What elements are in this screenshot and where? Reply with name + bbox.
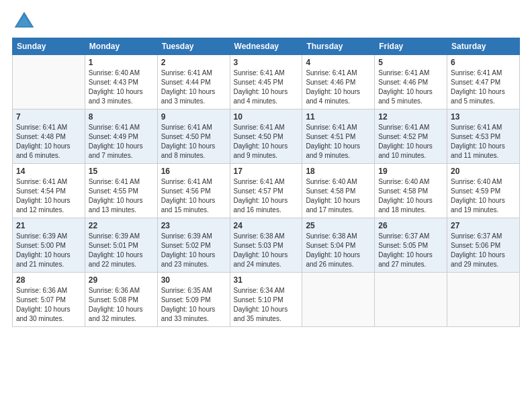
day-number: 15 [89,167,154,176]
day-detail: Sunrise: 6:38 AM Sunset: 5:03 PM Dayligh… [234,232,299,269]
page: SundayMondayTuesdayWednesdayThursdayFrid… [0,0,532,411]
day-number: 10 [234,112,299,122]
day-cell: 24Sunrise: 6:38 AM Sunset: 5:03 PM Dayli… [230,218,302,273]
day-cell: 21Sunrise: 6:39 AM Sunset: 5:00 PM Dayli… [13,218,85,273]
day-cell [13,55,85,109]
day-detail: Sunrise: 6:37 AM Sunset: 5:05 PM Dayligh… [378,232,443,269]
day-number: 5 [378,58,443,67]
day-detail: Sunrise: 6:40 AM Sunset: 4:43 PM Dayligh… [89,68,154,106]
day-number: 20 [451,167,516,176]
day-number: 12 [378,112,443,122]
day-cell [302,273,375,327]
day-detail: Sunrise: 6:41 AM Sunset: 4:45 PM Dayligh… [234,68,299,106]
day-detail: Sunrise: 6:38 AM Sunset: 5:04 PM Dayligh… [306,232,371,269]
day-number: 11 [306,112,371,122]
day-detail: Sunrise: 6:41 AM Sunset: 4:50 PM Dayligh… [234,123,299,161]
day-cell: 9Sunrise: 6:41 AM Sunset: 4:50 PM Daylig… [157,109,230,164]
day-cell: 20Sunrise: 6:40 AM Sunset: 4:59 PM Dayli… [447,164,520,218]
day-detail: Sunrise: 6:41 AM Sunset: 4:46 PM Dayligh… [306,68,371,106]
weekday-header-row: SundayMondayTuesdayWednesdayThursdayFrid… [13,38,520,55]
day-cell: 29Sunrise: 6:36 AM Sunset: 5:08 PM Dayli… [85,273,157,327]
day-number: 18 [306,167,371,176]
week-row-0: 1Sunrise: 6:40 AM Sunset: 4:43 PM Daylig… [13,55,520,109]
day-detail: Sunrise: 6:41 AM Sunset: 4:49 PM Dayligh… [89,123,154,161]
day-detail: Sunrise: 6:41 AM Sunset: 4:46 PM Dayligh… [378,68,443,106]
day-cell: 8Sunrise: 6:41 AM Sunset: 4:49 PM Daylig… [85,109,157,164]
day-cell: 11Sunrise: 6:41 AM Sunset: 4:51 PM Dayli… [302,109,375,164]
day-cell: 13Sunrise: 6:41 AM Sunset: 4:53 PM Dayli… [447,109,520,164]
day-cell: 10Sunrise: 6:41 AM Sunset: 4:50 PM Dayli… [230,109,302,164]
day-cell: 22Sunrise: 6:39 AM Sunset: 5:01 PM Dayli… [85,218,157,273]
day-cell: 17Sunrise: 6:41 AM Sunset: 4:57 PM Dayli… [230,164,302,218]
day-cell: 12Sunrise: 6:41 AM Sunset: 4:52 PM Dayli… [375,109,447,164]
day-cell: 31Sunrise: 6:34 AM Sunset: 5:10 PM Dayli… [230,273,302,327]
day-cell: 14Sunrise: 6:41 AM Sunset: 4:54 PM Dayli… [13,164,85,218]
day-cell: 2Sunrise: 6:41 AM Sunset: 4:44 PM Daylig… [157,55,230,109]
day-cell: 23Sunrise: 6:39 AM Sunset: 5:02 PM Dayli… [157,218,230,273]
week-row-4: 28Sunrise: 6:36 AM Sunset: 5:07 PM Dayli… [13,273,520,327]
day-detail: Sunrise: 6:41 AM Sunset: 4:48 PM Dayligh… [16,123,81,161]
day-detail: Sunrise: 6:41 AM Sunset: 4:56 PM Dayligh… [161,177,226,215]
day-number: 24 [234,221,299,230]
day-number: 3 [234,58,299,67]
weekday-header-wednesday: Wednesday [230,38,302,55]
day-number: 21 [16,221,81,230]
day-number: 7 [16,112,81,122]
day-cell: 27Sunrise: 6:37 AM Sunset: 5:06 PM Dayli… [447,218,520,273]
day-detail: Sunrise: 6:36 AM Sunset: 5:07 PM Dayligh… [16,286,81,324]
day-cell: 3Sunrise: 6:41 AM Sunset: 4:45 PM Daylig… [230,55,302,109]
weekday-header-thursday: Thursday [302,38,375,55]
day-cell: 15Sunrise: 6:41 AM Sunset: 4:55 PM Dayli… [85,164,157,218]
day-detail: Sunrise: 6:40 AM Sunset: 4:59 PM Dayligh… [451,177,516,215]
day-number: 4 [306,58,371,67]
day-detail: Sunrise: 6:37 AM Sunset: 5:06 PM Dayligh… [451,232,516,269]
day-cell: 16Sunrise: 6:41 AM Sunset: 4:56 PM Dayli… [157,164,230,218]
day-detail: Sunrise: 6:36 AM Sunset: 5:08 PM Dayligh… [89,286,154,324]
logo [12,9,39,34]
day-cell: 5Sunrise: 6:41 AM Sunset: 4:46 PM Daylig… [375,55,447,109]
day-number: 1 [89,58,154,67]
day-detail: Sunrise: 6:41 AM Sunset: 4:53 PM Dayligh… [451,123,516,161]
day-detail: Sunrise: 6:41 AM Sunset: 4:57 PM Dayligh… [234,177,299,215]
weekday-header-friday: Friday [375,38,447,55]
weekday-header-saturday: Saturday [447,38,520,55]
day-cell: 25Sunrise: 6:38 AM Sunset: 5:04 PM Dayli… [302,218,375,273]
day-cell [447,273,520,327]
day-detail: Sunrise: 6:41 AM Sunset: 4:51 PM Dayligh… [306,123,371,161]
day-cell: 18Sunrise: 6:40 AM Sunset: 4:58 PM Dayli… [302,164,375,218]
day-number: 25 [306,221,371,230]
day-detail: Sunrise: 6:40 AM Sunset: 4:58 PM Dayligh… [378,177,443,215]
day-number: 29 [89,275,154,285]
day-number: 14 [16,167,81,176]
day-cell: 6Sunrise: 6:41 AM Sunset: 4:47 PM Daylig… [447,55,520,109]
day-cell: 1Sunrise: 6:40 AM Sunset: 4:43 PM Daylig… [85,55,157,109]
day-detail: Sunrise: 6:41 AM Sunset: 4:52 PM Dayligh… [378,123,443,161]
day-number: 31 [234,275,299,285]
day-detail: Sunrise: 6:40 AM Sunset: 4:58 PM Dayligh… [306,177,371,215]
day-number: 27 [451,221,516,230]
weekday-header-sunday: Sunday [13,38,85,55]
day-number: 9 [161,112,226,122]
day-number: 17 [234,167,299,176]
week-row-1: 7Sunrise: 6:41 AM Sunset: 4:48 PM Daylig… [13,109,520,164]
calendar-table: SundayMondayTuesdayWednesdayThursdayFrid… [12,38,520,327]
day-number: 26 [378,221,443,230]
day-number: 23 [161,221,226,230]
day-number: 2 [161,58,226,67]
day-cell: 4Sunrise: 6:41 AM Sunset: 4:46 PM Daylig… [302,55,375,109]
day-detail: Sunrise: 6:39 AM Sunset: 5:00 PM Dayligh… [16,232,81,269]
day-detail: Sunrise: 6:35 AM Sunset: 5:09 PM Dayligh… [161,286,226,324]
day-detail: Sunrise: 6:41 AM Sunset: 4:44 PM Dayligh… [161,68,226,106]
day-number: 19 [378,167,443,176]
week-row-3: 21Sunrise: 6:39 AM Sunset: 5:00 PM Dayli… [13,218,520,273]
week-row-2: 14Sunrise: 6:41 AM Sunset: 4:54 PM Dayli… [13,164,520,218]
day-number: 16 [161,167,226,176]
day-detail: Sunrise: 6:41 AM Sunset: 4:55 PM Dayligh… [89,177,154,215]
day-number: 13 [451,112,516,122]
day-detail: Sunrise: 6:41 AM Sunset: 4:47 PM Dayligh… [451,68,516,106]
day-number: 22 [89,221,154,230]
day-number: 6 [451,58,516,67]
day-cell: 30Sunrise: 6:35 AM Sunset: 5:09 PM Dayli… [157,273,230,327]
day-number: 28 [16,275,81,285]
day-detail: Sunrise: 6:41 AM Sunset: 4:50 PM Dayligh… [161,123,226,161]
